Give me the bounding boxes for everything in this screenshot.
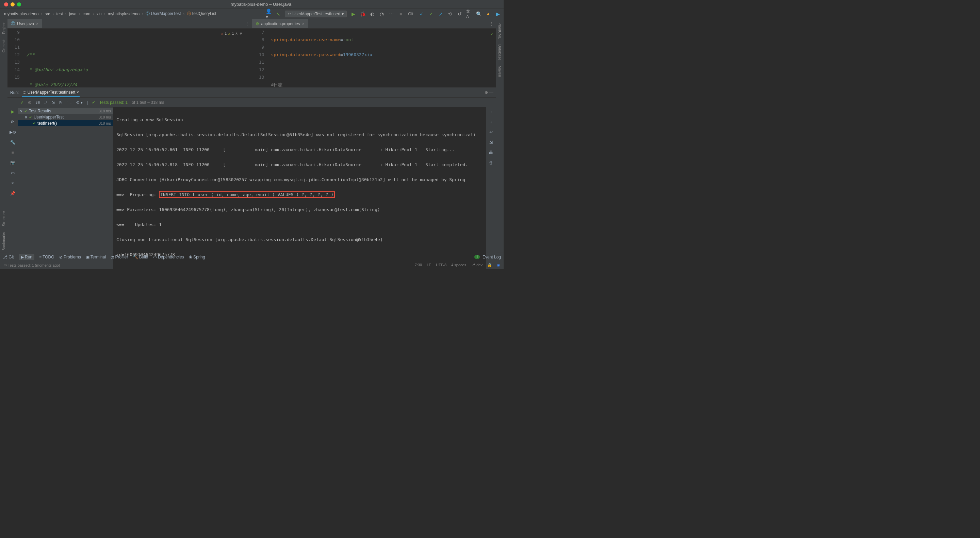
- tool-problems[interactable]: ⊘ Problems: [59, 255, 81, 259]
- dump-icon[interactable]: 📷: [10, 160, 15, 165]
- plantuml-tool-button[interactable]: PlantUML: [498, 21, 502, 41]
- git-update-icon[interactable]: ✓: [418, 11, 425, 17]
- code-editor-right[interactable]: 78910111213 spring.datasource.username=r…: [252, 29, 496, 87]
- crumb-class[interactable]: UserMapperTest: [151, 11, 181, 16]
- git-branch[interactable]: ⎇ dev: [471, 263, 482, 267]
- test-tree: ∨✓Test Results318 ms ∨✓UserMapperTest318…: [18, 107, 113, 269]
- tool-eventlog[interactable]: 1Event Log: [474, 255, 501, 259]
- inspection-widget[interactable]: ⚠1 ⚠1 ∧ ∨: [221, 30, 242, 37]
- crumb-xiu[interactable]: xiu: [95, 11, 103, 17]
- scroll-up-icon[interactable]: ↑: [490, 109, 492, 114]
- close-window-button[interactable]: [4, 2, 8, 6]
- file-encoding[interactable]: UTF-8: [436, 263, 447, 267]
- bookmarks-tool-button[interactable]: Bookmarks: [2, 230, 6, 253]
- close-tab-icon[interactable]: ×: [302, 21, 305, 26]
- lock-icon[interactable]: 🔒: [487, 263, 492, 267]
- clear-icon[interactable]: 🗑: [489, 160, 493, 165]
- git-history-icon[interactable]: ⟲: [447, 11, 453, 17]
- maven-tool-button[interactable]: Maven: [498, 64, 502, 79]
- attach-icon[interactable]: ⋯: [388, 11, 395, 17]
- close-tab-icon[interactable]: ×: [36, 21, 38, 26]
- vcs-label: Git:: [408, 11, 414, 16]
- profile-icon[interactable]: ◔: [379, 11, 385, 17]
- rerun-failed-icon[interactable]: ⟳: [11, 120, 14, 124]
- ide-settings-icon[interactable]: ●: [485, 11, 492, 17]
- code-editor-left[interactable]: ⚠1 ⚠1 ∧ ∨ 9101112131415 /** * @author zh…: [8, 29, 252, 87]
- layout-icon[interactable]: ▭: [11, 171, 14, 176]
- rerun-icon[interactable]: ▶: [11, 109, 14, 114]
- run-button[interactable]: ▶: [350, 11, 356, 17]
- search-icon[interactable]: 🔍: [476, 11, 482, 17]
- caret-position[interactable]: 7:30: [415, 263, 422, 267]
- chrome-icon[interactable]: ◉: [497, 263, 500, 267]
- plugin-icon[interactable]: ▶: [495, 11, 501, 17]
- database-tool-button[interactable]: Database: [498, 42, 502, 62]
- tool-run[interactable]: ▶ Run: [19, 254, 34, 260]
- git-rollback-icon[interactable]: ↺: [457, 11, 463, 17]
- editor-menu-icon[interactable]: ⋮: [242, 21, 252, 26]
- structure-tool-button[interactable]: Structure: [2, 209, 6, 228]
- stop-button[interactable]: ■: [398, 11, 404, 17]
- run-settings-icon[interactable]: ⚙ —: [485, 90, 493, 95]
- git-push-icon[interactable]: ↗: [438, 11, 444, 17]
- crumb-java[interactable]: java: [68, 11, 78, 17]
- tool-profiler[interactable]: ◔ Profiler: [111, 255, 128, 259]
- hammer-icon[interactable]: ↖: [275, 11, 282, 17]
- commit-tool-button[interactable]: Commit: [2, 37, 6, 54]
- pin-icon[interactable]: 📌: [10, 191, 15, 196]
- crumb-project[interactable]: mybatis-plus-demo: [3, 11, 40, 17]
- status-message-icon: ▭: [3, 263, 7, 267]
- print-icon[interactable]: 🖶: [489, 150, 493, 155]
- toggle-pass-icon[interactable]: ✓: [21, 100, 24, 105]
- crumb-com[interactable]: com: [81, 11, 92, 17]
- tool-build[interactable]: 🔨 Build: [133, 255, 148, 259]
- settings-icon[interactable]: 🔧: [10, 140, 15, 145]
- project-tool-button[interactable]: Project: [2, 21, 6, 36]
- collapse-icon[interactable]: ⇱: [59, 100, 63, 105]
- toggle-ignored-icon[interactable]: ⊘: [28, 100, 31, 105]
- editor-menu-icon[interactable]: ⋮: [487, 21, 496, 26]
- tree-root[interactable]: ∨✓Test Results318 ms: [18, 108, 113, 114]
- tab-app-properties[interactable]: ⚙ application.properties ×: [252, 19, 308, 28]
- inspection-ok-icon[interactable]: ✓: [491, 30, 493, 37]
- sort-icon[interactable]: ↓≡: [35, 100, 40, 105]
- crumb-src[interactable]: src: [43, 11, 51, 17]
- user-icon[interactable]: 👤▾: [266, 11, 272, 17]
- stop-icon[interactable]: ■: [11, 150, 14, 155]
- soft-wrap-icon[interactable]: ↩: [489, 130, 493, 134]
- maximize-window-button[interactable]: [17, 2, 21, 6]
- tab-user-java[interactable]: Ⓒ User.java ×: [8, 19, 42, 28]
- tree-class[interactable]: ∨✓UserMapperTest318 ms: [18, 114, 113, 120]
- tool-dependencies[interactable]: ▭ Dependencies: [153, 255, 184, 259]
- toggle-auto-icon[interactable]: ▶⊘: [10, 130, 16, 134]
- right-tool-rail: PlantUML Database Maven: [496, 19, 504, 253]
- close-icon[interactable]: ×: [11, 181, 14, 185]
- minimize-window-button[interactable]: [11, 2, 14, 6]
- history-icon[interactable]: ⟲ ▾: [76, 100, 82, 105]
- crumb-pkg[interactable]: mybatisplusdemo: [107, 11, 141, 17]
- expand-icon[interactable]: ⇲: [52, 100, 55, 105]
- gutter-left: 9101112131415: [8, 29, 24, 87]
- editor-tabs-right: ⚙ application.properties × ⋮: [252, 19, 496, 29]
- scroll-down-icon[interactable]: ↓: [490, 120, 492, 124]
- tool-terminal[interactable]: ▣ Terminal: [86, 255, 106, 259]
- line-separator[interactable]: LF: [427, 263, 431, 267]
- editor-tabs-left: Ⓒ User.java × ⋮: [8, 19, 252, 29]
- scroll-end-icon[interactable]: ⇲: [489, 140, 493, 145]
- tool-git[interactable]: ⎇ Git: [3, 255, 14, 259]
- run-tab[interactable]: ⬭ UserMapperTest.testInsert ×: [22, 89, 79, 97]
- tool-spring[interactable]: ❀ Spring: [189, 255, 205, 259]
- translate-icon[interactable]: 文A: [466, 11, 472, 17]
- coverage-icon[interactable]: ◐: [369, 11, 375, 17]
- crumb-test[interactable]: test: [55, 11, 64, 17]
- sort-alpha-icon[interactable]: ↓ᵃ: [44, 100, 48, 105]
- debug-button[interactable]: 🐞: [360, 11, 366, 17]
- git-commit-icon[interactable]: ✓: [428, 11, 434, 17]
- console-output[interactable]: Creating a new SqlSession SqlSession [or…: [113, 107, 486, 269]
- tool-todo[interactable]: ≡ TODO: [39, 255, 54, 259]
- indent-setting[interactable]: 4 spaces: [451, 263, 466, 267]
- tree-method[interactable]: ✓testInsert()318 ms: [18, 120, 113, 126]
- editor-left: Ⓒ User.java × ⋮ ⚠1 ⚠1 ∧ ∨ 9101112131415 …: [8, 19, 252, 87]
- run-config-selector[interactable]: ⬭ UserMapperTest.testInsert ▾: [285, 11, 347, 18]
- crumb-method[interactable]: testQueryList: [192, 11, 216, 16]
